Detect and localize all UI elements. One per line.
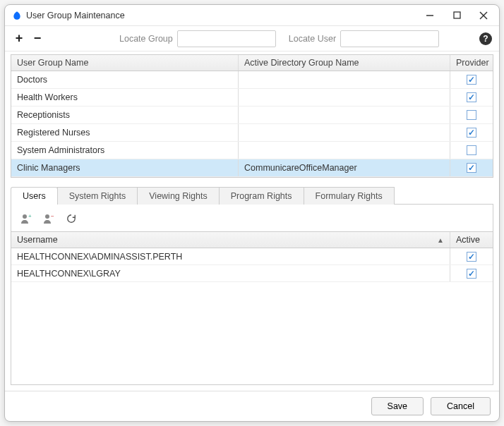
- remove-button[interactable]: −: [30, 30, 44, 47]
- group-provider-cell: [450, 159, 493, 176]
- toolbar: + − Locate Group Locate User ?: [5, 26, 499, 51]
- sort-asc-icon: ▲: [437, 236, 444, 244]
- svg-text:+: +: [28, 213, 32, 219]
- user-username-cell: HEALTHCONNEX\LGRAY: [11, 265, 450, 281]
- locate-user-label: Locate User: [289, 34, 336, 44]
- provider-checkbox[interactable]: [467, 128, 476, 138]
- group-row[interactable]: Clinic ManagersCommunicareOfficeManager: [11, 159, 493, 177]
- group-ad-cell: [239, 89, 450, 106]
- group-ad-cell: [239, 107, 450, 123]
- group-name-cell: System Administrators: [11, 142, 239, 159]
- provider-checkbox[interactable]: [467, 75, 476, 85]
- help-button[interactable]: ?: [479, 32, 492, 45]
- minimize-button[interactable]: [421, 7, 438, 24]
- group-row[interactable]: Receptionists: [11, 107, 493, 124]
- save-button[interactable]: Save: [371, 397, 424, 415]
- groups-grid-body: DoctorsHealth WorkersReceptionistsRegist…: [11, 71, 493, 177]
- group-provider-cell: [450, 124, 493, 141]
- group-name-cell: Health Workers: [11, 89, 239, 106]
- svg-point-6: [45, 214, 49, 219]
- user-row[interactable]: HEALTHCONNEX\LGRAY: [11, 265, 493, 282]
- group-ad-cell: [239, 124, 450, 141]
- window-controls: [421, 7, 492, 24]
- app-logo-icon: [12, 11, 22, 20]
- col-header-active[interactable]: Active: [450, 232, 493, 248]
- tab-panel-users: + − Username ▲ Active HEALTHCONNEX\ADMIN…: [11, 204, 493, 385]
- tab-viewing-rights[interactable]: Viewing Rights: [137, 187, 219, 205]
- users-grid-body: HEALTHCONNEX\ADMINASSIST.PERTHHEALTHCONN…: [11, 248, 493, 384]
- col-header-provider[interactable]: Provider: [450, 55, 493, 71]
- locate-group-label: Locate Group: [119, 34, 173, 44]
- group-ad-cell: [239, 142, 450, 159]
- group-ad-cell: [239, 71, 450, 88]
- group-provider-cell: [450, 71, 493, 88]
- group-row[interactable]: Registered Nurses: [11, 124, 493, 142]
- locate-group-input[interactable]: [177, 30, 276, 47]
- users-grid-header: Username ▲ Active: [11, 232, 493, 248]
- users-panel-toolbar: + −: [11, 209, 493, 229]
- col-header-name[interactable]: User Group Name: [11, 55, 239, 71]
- provider-checkbox[interactable]: [467, 163, 476, 173]
- user-active-cell: [450, 248, 493, 264]
- provider-checkbox[interactable]: [467, 92, 476, 102]
- col-header-username[interactable]: Username ▲: [11, 232, 450, 248]
- window: User Group Maintenance + − Locate Group …: [4, 4, 500, 422]
- group-name-cell: Registered Nurses: [11, 124, 239, 141]
- group-name-cell: Receptionists: [11, 107, 239, 123]
- active-checkbox[interactable]: [467, 252, 476, 262]
- group-name-cell: Clinic Managers: [11, 159, 239, 176]
- svg-point-4: [23, 214, 27, 219]
- tabs: UsersSystem RightsViewing RightsProgram …: [11, 186, 493, 204]
- group-provider-cell: [450, 89, 493, 106]
- add-button[interactable]: +: [12, 30, 26, 47]
- group-row[interactable]: System Administrators: [11, 142, 493, 159]
- titlebar: User Group Maintenance: [5, 5, 499, 26]
- maximize-button[interactable]: [448, 7, 465, 24]
- groups-grid: User Group Name Active Directory Group N…: [11, 54, 493, 178]
- cancel-button[interactable]: Cancel: [431, 397, 491, 415]
- refresh-icon[interactable]: [65, 212, 78, 225]
- svg-rect-1: [454, 12, 460, 18]
- svg-text:−: −: [51, 213, 54, 219]
- provider-checkbox[interactable]: [467, 110, 476, 120]
- user-row[interactable]: HEALTHCONNEX\ADMINASSIST.PERTH: [11, 248, 493, 265]
- tab-formulary-rights[interactable]: Formulary Rights: [304, 187, 395, 205]
- user-active-cell: [450, 265, 493, 281]
- tab-program-rights[interactable]: Program Rights: [219, 187, 304, 205]
- window-title: User Group Maintenance: [26, 11, 125, 20]
- col-header-ad-group[interactable]: Active Directory Group Name: [239, 55, 450, 71]
- tab-system-rights[interactable]: System Rights: [57, 187, 138, 205]
- provider-checkbox[interactable]: [467, 145, 476, 155]
- add-user-icon[interactable]: +: [20, 212, 32, 225]
- locate-user-input[interactable]: [340, 30, 439, 47]
- group-provider-cell: [450, 107, 493, 123]
- active-checkbox[interactable]: [467, 269, 476, 279]
- user-username-cell: HEALTHCONNEX\ADMINASSIST.PERTH: [11, 248, 450, 264]
- tab-users[interactable]: Users: [11, 187, 58, 205]
- group-name-cell: Doctors: [11, 71, 239, 88]
- remove-user-icon[interactable]: −: [42, 212, 55, 225]
- group-row[interactable]: Doctors: [11, 71, 493, 89]
- col-header-username-label: Username: [17, 235, 58, 245]
- group-row[interactable]: Health Workers: [11, 89, 493, 107]
- footer: Save Cancel: [5, 391, 499, 421]
- users-grid: Username ▲ Active HEALTHCONNEX\ADMINASSI…: [11, 231, 493, 384]
- group-ad-cell: CommunicareOfficeManager: [239, 159, 450, 176]
- groups-grid-header: User Group Name Active Directory Group N…: [11, 55, 493, 71]
- close-button[interactable]: [475, 7, 492, 24]
- group-provider-cell: [450, 142, 493, 159]
